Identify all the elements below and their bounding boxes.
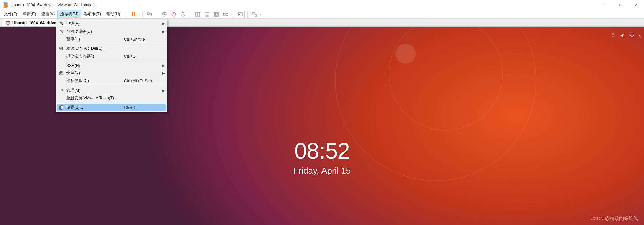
menu-item-label: 电源(P) — [66, 21, 124, 26]
snapshot-icon — [57, 71, 66, 76]
view-mode-1-button[interactable] — [193, 11, 202, 18]
watermark: CSDN @精致的螺旋线 — [590, 216, 638, 222]
menu-item-9[interactable]: 捕获屏幕 (C)Ctrl+Alt+PrtScn — [57, 77, 166, 85]
svg-rect-18 — [253, 12, 254, 14]
close-button[interactable]: ✕ — [629, 0, 644, 10]
snapshot-button[interactable] — [160, 11, 169, 18]
submenu-arrow-icon: ▶ — [161, 30, 166, 33]
menu-edit[interactable]: 编辑(E) — [20, 10, 39, 18]
submenu-arrow-icon: ▶ — [161, 64, 166, 67]
menu-item-8[interactable]: 快照(N)▶ — [57, 69, 166, 77]
manage-icon — [57, 88, 66, 93]
submenu-arrow-icon: ▶ — [161, 89, 166, 92]
menu-item-shortcut: Ctrl+Alt+PrtScn — [124, 79, 161, 83]
svg-rect-27 — [61, 48, 62, 50]
svg-rect-10 — [198, 12, 200, 16]
svg-rect-17 — [238, 13, 242, 16]
svg-rect-11 — [205, 12, 209, 15]
separator — [157, 11, 157, 18]
menu-item-7[interactable]: SSH(H)▶ — [57, 62, 166, 69]
window-title: Ubuntu_1804_64_driver - VMware Workstati… — [11, 3, 95, 7]
maximize-button[interactable]: □ — [613, 0, 629, 10]
snapshot-manager-button[interactable] — [179, 11, 187, 18]
menu-item-label: 捕获屏幕 (C) — [66, 78, 124, 84]
menu-help[interactable]: 帮助(H) — [104, 10, 123, 18]
view-mode-2-button[interactable] — [203, 11, 211, 18]
guest-system-tray[interactable]: ▾ — [611, 32, 641, 40]
clock-date: Friday, April 15 — [293, 166, 351, 176]
lock-screen-clock: 08:52 Friday, April 15 — [293, 137, 351, 176]
settings-icon — [57, 105, 66, 110]
menu-item-label: 暂停(U) — [66, 36, 124, 42]
menu-item-label: 快照(N) — [66, 70, 124, 76]
menu-item-label: 管理(M) — [66, 88, 124, 93]
menu-item-label: 重新安装 VMware Tools(T)... — [66, 95, 124, 101]
menu-item-label: 抓取输入内容(I) — [66, 53, 124, 59]
svg-rect-1 — [4, 3, 7, 7]
fullscreen-button[interactable] — [212, 11, 221, 18]
vmware-app-icon — [3, 2, 8, 8]
minimize-button[interactable]: ─ — [598, 0, 613, 10]
stretch-button[interactable]: ▾ — [250, 11, 261, 18]
separator — [142, 11, 143, 18]
power-icon — [57, 21, 66, 26]
menu-separator — [67, 44, 166, 44]
svg-rect-9 — [196, 12, 197, 16]
unity-button[interactable] — [221, 11, 230, 18]
menu-separator — [67, 61, 166, 61]
menu-item-5[interactable]: 抓取输入内容(I)Ctrl+G — [57, 52, 166, 60]
snapshot-take-button[interactable] — [169, 11, 178, 18]
menu-item-4[interactable]: 发送 Ctrl+Alt+Del(E) — [57, 45, 166, 52]
window-titlebar: Ubuntu_1804_64_driver - VMware Workstati… — [0, 0, 644, 10]
menu-item-label: SSH(H) — [66, 63, 124, 68]
vm-icon — [6, 21, 10, 25]
wallpaper-decoration — [395, 44, 416, 64]
submenu-arrow-icon: ▶ — [161, 71, 166, 75]
separator — [125, 11, 125, 18]
menu-vm[interactable]: 虚拟机(M) — [57, 10, 81, 18]
removable-icon — [57, 29, 66, 34]
svg-rect-16 — [226, 13, 228, 15]
pause-button[interactable]: ▾ — [129, 11, 140, 18]
menu-file[interactable]: 文件(F) — [1, 10, 20, 18]
chevron-down-icon: ▾ — [260, 13, 261, 16]
window-controls: ─ □ ✕ — [598, 0, 644, 10]
menu-separator — [67, 103, 166, 103]
separator — [247, 11, 248, 18]
send-ctrl-alt-del-button[interactable] — [145, 11, 154, 18]
svg-rect-3 — [134, 12, 135, 16]
svg-point-29 — [61, 73, 62, 74]
vm-tab[interactable]: Ubuntu_1804_64_driver — [2, 19, 61, 26]
console-button[interactable] — [236, 11, 245, 18]
menu-item-11[interactable]: 管理(M)▶ — [57, 87, 166, 94]
menu-item-14[interactable]: 设置(S)...Ctrl+D — [57, 104, 166, 111]
svg-rect-13 — [214, 12, 218, 16]
menu-item-0[interactable]: 电源(P)▶ — [57, 20, 166, 27]
clock-time: 08:52 — [293, 137, 351, 164]
svg-rect-2 — [132, 12, 133, 16]
separator — [190, 11, 190, 18]
menu-item-2[interactable]: 暂停(U)Ctrl+Shift+P — [57, 35, 166, 43]
svg-rect-20 — [6, 21, 10, 24]
svg-point-25 — [61, 31, 62, 32]
menu-view[interactable]: 查看(V) — [39, 10, 57, 18]
tab-label: Ubuntu_1804_64_driver — [12, 21, 58, 25]
send-icon — [57, 46, 66, 51]
menu-item-label: 设置(S)... — [66, 105, 124, 110]
a11y-icon[interactable] — [611, 33, 615, 39]
menu-item-shortcut: Ctrl+Shift+P — [124, 37, 161, 42]
vm-menu-dropdown: 电源(P)▶可移动设备(D)▶暂停(U)Ctrl+Shift+P发送 Ctrl+… — [56, 19, 167, 112]
power-icon[interactable] — [630, 33, 634, 39]
menu-item-label: 可移动设备(D) — [66, 29, 124, 34]
chevron-down-icon: ▾ — [138, 13, 140, 16]
toolbar: ▾ ▾ — [129, 11, 261, 18]
separator — [233, 11, 233, 18]
menubar: 文件(F) 编辑(E) 查看(V) 虚拟机(M) 选项卡(T) 帮助(H) ▾ … — [0, 10, 644, 19]
menu-item-shortcut: Ctrl+G — [124, 54, 161, 59]
volume-icon[interactable] — [620, 33, 625, 39]
menu-tabs[interactable]: 选项卡(T) — [81, 10, 103, 18]
svg-rect-19 — [255, 15, 257, 16]
menu-item-1[interactable]: 可移动设备(D)▶ — [57, 27, 166, 35]
menu-item-12[interactable]: 重新安装 VMware Tools(T)... — [57, 94, 166, 102]
menu-item-shortcut: Ctrl+D — [124, 105, 161, 110]
